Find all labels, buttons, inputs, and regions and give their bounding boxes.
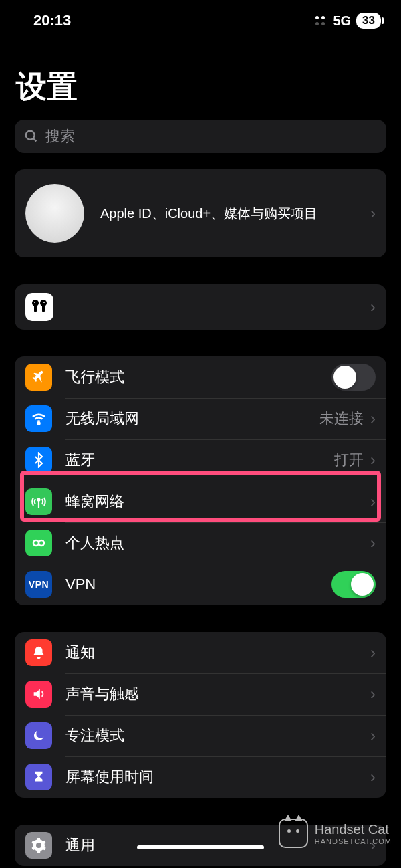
airpods-group: › (15, 284, 386, 330)
chevron-right-icon: › (370, 685, 376, 703)
search-icon (24, 129, 39, 144)
status-time: 20:13 (33, 12, 71, 29)
gear-icon (25, 832, 52, 859)
search-placeholder: 搜索 (45, 126, 75, 146)
battery-icon: 33 (356, 13, 381, 29)
network-group: 飞行模式 无线局域网 未连接 › 蓝牙 打开 › 蜂窝网络 › 个人热点 › V… (15, 356, 386, 605)
cellular-row[interactable]: 蜂窝网络 › (15, 481, 386, 522)
notifications-row[interactable]: 通知 › (15, 632, 386, 673)
screentime-row[interactable]: 屏幕使用时间 › (15, 756, 386, 798)
bluetooth-detail: 打开 (334, 450, 364, 470)
bell-icon (25, 639, 52, 666)
svg-point-0 (26, 131, 35, 140)
wifi-label: 无线局域网 (65, 409, 319, 429)
wifi-icon (25, 405, 52, 432)
vpn-label: VPN (65, 576, 331, 593)
vpn-row[interactable]: VPN VPN (15, 564, 386, 605)
hourglass-icon (25, 764, 52, 790)
cat-icon (279, 819, 308, 848)
chevron-right-icon: › (370, 768, 376, 786)
cellular-label: 蜂窝网络 (65, 492, 370, 512)
chevron-right-icon: › (370, 409, 376, 428)
svg-point-7 (43, 302, 45, 303)
chevron-right-icon: › (370, 492, 376, 511)
hotspot-label: 个人热点 (65, 533, 370, 553)
search-input[interactable]: 搜索 (15, 120, 386, 153)
chevron-right-icon: › (370, 643, 376, 662)
svg-point-8 (38, 423, 40, 425)
status-bar: 20:13 5G 33 (0, 0, 401, 36)
wifi-row[interactable]: 无线局域网 未连接 › (15, 398, 386, 439)
page-title: 设置 (0, 36, 401, 120)
svg-line-1 (33, 138, 37, 142)
svg-point-12 (39, 540, 44, 546)
watermark-url: HANDSETCAT.COM (315, 837, 392, 845)
airpods-row[interactable]: › (15, 284, 386, 330)
network-type: 5G (333, 13, 351, 29)
chevron-right-icon: › (370, 204, 376, 223)
moon-icon (25, 722, 52, 749)
bluetooth-icon (25, 447, 52, 473)
svg-point-10 (38, 499, 40, 501)
cellular-icon (25, 488, 52, 515)
svg-point-6 (34, 302, 35, 303)
airpods-icon (25, 293, 53, 321)
chevron-right-icon: › (370, 726, 376, 745)
vpn-toggle[interactable] (331, 571, 376, 598)
sounds-label: 声音与触感 (65, 684, 370, 704)
svg-rect-3 (34, 304, 37, 312)
chevron-right-icon: › (370, 451, 376, 469)
hotspot-row[interactable]: 个人热点 › (15, 522, 386, 564)
focus-label: 专注模式 (65, 726, 370, 746)
screentime-label: 屏幕使用时间 (65, 767, 370, 787)
focus-row[interactable]: 专注模式 › (15, 715, 386, 756)
notifications-label: 通知 (65, 643, 370, 663)
svg-rect-5 (42, 304, 45, 312)
notify-group: 通知 › 声音与触感 › 专注模式 › 屏幕使用时间 › (15, 632, 386, 798)
chevron-right-icon: › (370, 534, 376, 552)
airplane-mode-row[interactable]: 飞行模式 (15, 356, 386, 398)
apple-id-row[interactable]: Apple ID、iCloud+、媒体与购买项目 › (15, 169, 386, 257)
watermark: Handset Cat HANDSETCAT.COM (279, 819, 392, 848)
wifi-detail: 未连接 (319, 409, 364, 429)
airplane-toggle[interactable] (331, 364, 376, 391)
account-subtitle: Apple ID、iCloud+、媒体与购买项目 (100, 205, 370, 223)
home-indicator (137, 845, 264, 849)
watermark-brand: Handset Cat (315, 822, 389, 837)
bluetooth-label: 蓝牙 (65, 450, 334, 470)
chevron-right-icon: › (370, 298, 376, 316)
vpn-icon: VPN (25, 571, 52, 598)
bluetooth-row[interactable]: 蓝牙 打开 › (15, 439, 386, 481)
status-right: 5G 33 (315, 13, 381, 29)
airplane-icon (25, 364, 52, 391)
speaker-icon (25, 681, 52, 708)
airplane-label: 飞行模式 (65, 367, 331, 387)
account-group: Apple ID、iCloud+、媒体与购买项目 › (15, 169, 386, 257)
sounds-row[interactable]: 声音与触感 › (15, 673, 386, 715)
hotspot-icon (25, 530, 52, 556)
avatar (25, 184, 84, 243)
signal-icon (315, 16, 325, 25)
